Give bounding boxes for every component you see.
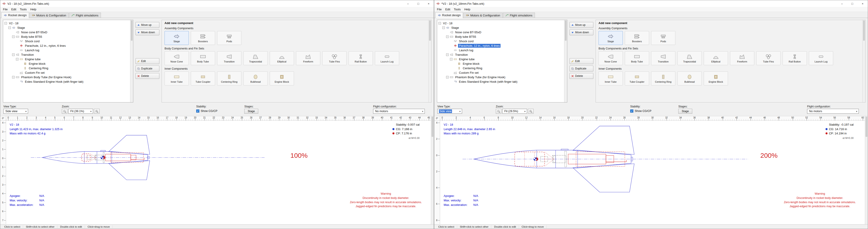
collapse-icon[interactable]: −: [12, 76, 14, 78]
view-type-select[interactable]: Side view: [437, 109, 462, 114]
figure-scrollbar[interactable]: [865, 116, 868, 224]
tree-item[interactable]: −Stage: [438, 25, 564, 30]
move-down-button[interactable]: Move down: [135, 29, 159, 35]
edit-button[interactable]: Edit: [569, 58, 593, 64]
delete-button[interactable]: Delete: [135, 73, 159, 79]
scrollbar-thumb[interactable]: [429, 21, 431, 41]
tree-item[interactable]: −Phantom Body Tube (for Engine Hook): [4, 75, 130, 79]
palette-elliptical-button[interactable]: Elliptical: [270, 51, 294, 65]
palette-bulkhead-button[interactable]: Bulkhead: [243, 71, 268, 86]
delete-button[interactable]: Delete: [569, 73, 593, 79]
palette-boosters-button[interactable]: Boosters: [191, 31, 215, 45]
palette-engine-block-button[interactable]: Engine Block: [704, 71, 728, 86]
tree-item[interactable]: −Transition: [438, 52, 564, 57]
collapse-icon[interactable]: −: [8, 27, 11, 29]
menu-help[interactable]: Help: [29, 7, 38, 11]
tab-flight-simulations[interactable]: Flight simulations: [69, 12, 101, 18]
move-up-button[interactable]: Move up: [569, 22, 593, 28]
palette-elliptical-button[interactable]: Elliptical: [704, 51, 728, 65]
collapse-icon[interactable]: −: [16, 58, 19, 61]
palette-engine-block-button[interactable]: Engine Block: [270, 71, 294, 86]
duplicate-button[interactable]: Duplicate: [569, 66, 593, 71]
tree-item[interactable]: Centering Ring: [438, 66, 564, 70]
stage-toggle-button[interactable]: Stage: [678, 109, 692, 114]
tree-item[interactable]: −Transition: [4, 52, 130, 57]
menu-edit[interactable]: Edit: [9, 7, 18, 11]
zoom-in-button[interactable]: [528, 109, 533, 114]
tree-item[interactable]: Custom Fin set: [438, 70, 564, 75]
palette-bulkhead-button[interactable]: Bulkhead: [677, 71, 702, 86]
tree-item[interactable]: −Body tube BT55: [438, 34, 564, 39]
tree-root-item[interactable]: −V2 - 18: [438, 21, 564, 25]
palette-rail-button-button[interactable]: Rail Button: [783, 51, 807, 65]
tree-item[interactable]: −Engine tube: [438, 57, 564, 61]
collapse-icon[interactable]: −: [4, 22, 7, 25]
show-cgcp-checkbox[interactable]: Show CG/CP: [630, 109, 651, 112]
zoom-out-button[interactable]: [496, 109, 501, 114]
scrollbar-thumb[interactable]: [863, 21, 865, 41]
tree-item[interactable]: −Phantom Body Tube (for Engine Hook): [438, 75, 564, 79]
collapse-icon[interactable]: −: [446, 76, 448, 78]
collapse-icon[interactable]: −: [12, 54, 14, 56]
palette-nose-cone-button[interactable]: Nose Cone: [598, 51, 623, 65]
tree-item[interactable]: Launch lug: [4, 48, 130, 52]
scrollbar-thumb[interactable]: [131, 21, 133, 41]
view-type-select[interactable]: Side view: [3, 109, 28, 114]
close-button[interactable]: ×: [424, 0, 434, 7]
tree-item[interactable]: Shock cord: [4, 39, 130, 43]
palette-tube-coupler-button[interactable]: Tube Coupler: [625, 71, 649, 86]
collapse-icon[interactable]: −: [438, 22, 441, 25]
collapse-icon[interactable]: −: [446, 35, 448, 38]
menu-tools[interactable]: Tools: [452, 7, 462, 11]
palette-nose-cone-button[interactable]: Nose Cone: [164, 51, 189, 65]
palette-launch-lug-button[interactable]: Launch Lug: [809, 51, 833, 65]
maximize-button[interactable]: □: [413, 0, 424, 7]
palette-inner-tube-button[interactable]: Inner Tube: [164, 71, 189, 86]
minimize-button[interactable]: –: [403, 0, 413, 7]
edit-button[interactable]: Edit: [135, 58, 159, 64]
tree-item[interactable]: −Stage: [4, 25, 130, 30]
palette-body-tube-button[interactable]: Body Tube: [191, 51, 215, 65]
show-cgcp-checkbox[interactable]: Show CG/CP: [196, 109, 217, 112]
rocket-canvas[interactable]: V2 - 18 Length 11.423 in, max. diameter …: [6, 121, 431, 224]
palette-trapezoidal-button[interactable]: Trapezoidal: [243, 51, 268, 65]
scrollbar-thumb[interactable]: [565, 21, 567, 41]
tree-item[interactable]: −Body tube BT55: [4, 34, 130, 39]
menu-file[interactable]: File: [435, 7, 443, 11]
move-up-button[interactable]: Move up: [135, 22, 159, 28]
tree-item[interactable]: Nose cone BT-55xD: [438, 30, 564, 34]
palette-rail-button-button[interactable]: Rail Button: [349, 51, 373, 65]
tab-rocket-design[interactable]: Rocket design: [435, 12, 463, 18]
tree-item[interactable]: Parachute, 12 in., nylon, 6 lines: [438, 43, 564, 48]
tree-item[interactable]: Parachute, 12 in., nylon, 6 lines: [4, 43, 130, 48]
menu-help[interactable]: Help: [463, 7, 472, 11]
collapse-icon[interactable]: −: [442, 27, 445, 29]
tree-item[interactable]: Estes Standard Engine Hook (with finger …: [438, 79, 564, 84]
zoom-select[interactable]: Fit (29.5%): [502, 109, 527, 114]
palette-pods-button[interactable]: Pods: [651, 31, 675, 45]
palette-tube-coupler-button[interactable]: Tube Coupler: [191, 71, 215, 86]
menu-edit[interactable]: Edit: [443, 7, 452, 11]
rocket-canvas[interactable]: V2 - 18 Length 22.846 in, max. diameter …: [440, 121, 865, 224]
tree-root-item[interactable]: −V2 - 18: [4, 21, 130, 25]
palette-transition-button[interactable]: Transition: [651, 51, 675, 65]
palette-scrollbar[interactable]: [428, 20, 431, 102]
palette-stage-button[interactable]: Stage: [164, 31, 189, 45]
palette-inner-tube-button[interactable]: Inner Tube: [598, 71, 623, 86]
collapse-icon[interactable]: −: [12, 35, 14, 38]
collapse-icon[interactable]: −: [450, 58, 453, 61]
palette-centering-ring-button[interactable]: Centering Ring: [651, 71, 675, 86]
tab-motors-configuration[interactable]: Motors & Configuration: [463, 12, 502, 18]
palette-transition-button[interactable]: Transition: [217, 51, 241, 65]
figure-scrollbar[interactable]: [431, 116, 434, 224]
collapse-icon[interactable]: −: [446, 54, 448, 56]
palette-pods-button[interactable]: Pods: [217, 31, 241, 45]
palette-tube-fins-button[interactable]: Tube Fins: [322, 51, 347, 65]
flight-config-select[interactable]: No motors: [373, 109, 425, 114]
zoom-out-button[interactable]: [62, 109, 67, 114]
palette-freeform-button[interactable]: Freeform: [296, 51, 320, 65]
maximize-button[interactable]: □: [847, 0, 858, 7]
zoom-select[interactable]: Fit (39.1%): [68, 109, 93, 114]
tree-scrollbar[interactable]: [564, 20, 567, 102]
scrollbar-thumb[interactable]: [866, 117, 867, 137]
